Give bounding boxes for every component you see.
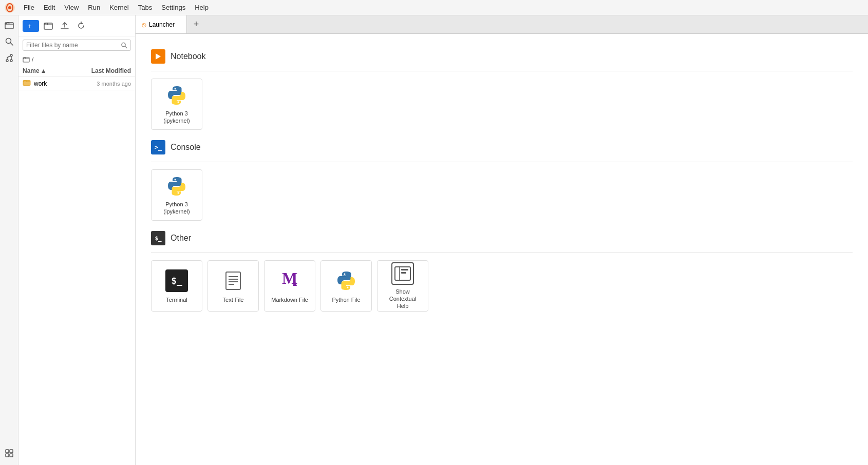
svg-marker-22 (156, 53, 161, 60)
tab-label: Launcher (149, 21, 175, 28)
svg-point-6 (10, 54, 12, 56)
svg-rect-14 (10, 454, 13, 457)
menu-view[interactable]: View (60, 3, 83, 12)
python-file-icon (334, 268, 358, 293)
git-panel-btn[interactable] (2, 50, 17, 66)
modified-column-header[interactable]: Last Modified (80, 67, 131, 74)
contextual-help-card[interactable]: Show Contextual Help (377, 260, 428, 312)
folder-file-icon (23, 79, 31, 88)
svg-line-4 (10, 43, 13, 45)
svg-rect-32 (401, 269, 408, 270)
console-divider (151, 162, 853, 162)
search-box (23, 40, 131, 51)
svg-rect-12 (10, 450, 13, 453)
terminal-label: Terminal (166, 296, 187, 303)
launcher: Notebook Python 3 (ipykernel) >_ (136, 34, 868, 465)
current-path: / (18, 54, 135, 65)
search-panel-btn[interactable] (2, 34, 17, 49)
notebook-section-icon (151, 49, 165, 64)
files-panel-btn[interactable] (2, 17, 17, 33)
console-section-title: Console (171, 143, 201, 152)
contextual-help-icon (390, 262, 415, 285)
menu-tabs[interactable]: Tabs (134, 3, 156, 12)
name-column-header[interactable]: Name ▲ (23, 67, 80, 74)
console-section-icon: >_ (151, 140, 165, 154)
launcher-tab-icon: ⎋ (142, 21, 146, 29)
svg-line-19 (125, 46, 127, 48)
menubar: File Edit View Run Kernel Tabs Settings … (0, 0, 868, 15)
textfile-card[interactable]: Text File (207, 260, 259, 312)
notebook-section-title: Notebook (171, 52, 206, 61)
python-notebook-icon (164, 84, 189, 107)
menu-kernel[interactable]: Kernel (105, 3, 133, 12)
menu-edit[interactable]: Edit (40, 3, 59, 12)
console-cards: Python 3 (ipykernel) (151, 169, 853, 221)
table-row[interactable]: work 3 months ago (18, 77, 135, 90)
markdown-label: Markdown File (271, 296, 308, 303)
svg-rect-15 (44, 23, 52, 29)
other-cards: $_ Terminal Text F (151, 260, 853, 312)
menu-run[interactable]: Run (84, 3, 104, 12)
terminal-card[interactable]: $_ Terminal (151, 260, 202, 312)
textfile-icon (221, 268, 246, 293)
notebook-cards: Python 3 (ipykernel) (151, 79, 853, 130)
other-section-header: $_ Other (151, 231, 853, 245)
logo (4, 2, 15, 13)
new-folder-button[interactable] (41, 18, 55, 33)
svg-rect-13 (6, 454, 9, 457)
notebook-python3-card[interactable]: Python 3 (ipykernel) (151, 79, 202, 130)
svg-point-5 (6, 60, 8, 62)
other-divider (151, 253, 853, 253)
file-list: work 3 months ago (18, 77, 135, 465)
markdown-card[interactable]: M Markdown File (264, 260, 315, 312)
menu-settings[interactable]: Settings (157, 3, 190, 12)
svg-point-1 (8, 6, 11, 9)
console-python3-card[interactable]: Python 3 (ipykernel) (151, 169, 202, 221)
upload-button[interactable] (58, 18, 72, 33)
notebook-section-header: Notebook (151, 49, 853, 64)
file-list-header: Name ▲ Last Modified (18, 65, 135, 77)
console-python3-label: Python 3 (ipykernel) (157, 201, 197, 216)
path-label: / (32, 56, 33, 63)
folder-icon (23, 56, 30, 63)
markdown-icon: M (277, 268, 302, 293)
refresh-button[interactable] (74, 18, 88, 33)
extensions-panel-btn[interactable] (2, 445, 17, 461)
menu-file[interactable]: File (20, 3, 39, 12)
textfile-label: Text File (223, 296, 244, 303)
app-layout: + (0, 15, 868, 465)
new-tab-button[interactable]: + (189, 17, 203, 32)
terminal-icon: $_ (164, 268, 189, 293)
other-section-title: Other (171, 234, 191, 243)
search-icon (121, 42, 127, 49)
file-modified: 3 months ago (97, 81, 131, 87)
search-input[interactable] (26, 42, 119, 49)
plus-icon: + (28, 22, 32, 30)
icon-bar (0, 15, 18, 465)
pythonfile-card[interactable]: Python File (320, 260, 372, 312)
fb-toolbar: + (18, 15, 135, 36)
tab-bar: ⎋ Launcher + (136, 15, 868, 34)
svg-rect-33 (401, 272, 406, 274)
contextual-help-label: Show Contextual Help (383, 288, 423, 310)
notebook-python3-label: Python 3 (ipykernel) (157, 110, 197, 125)
svg-point-7 (10, 60, 12, 62)
new-launcher-button[interactable]: + (23, 20, 39, 32)
file-browser: + (18, 15, 136, 465)
python-console-icon (164, 175, 189, 198)
notebook-divider (151, 71, 853, 71)
svg-rect-23 (226, 272, 240, 289)
pythonfile-label: Python File (332, 296, 360, 303)
menu-help[interactable]: Help (191, 3, 213, 12)
file-name: work (34, 80, 97, 87)
other-section-icon: $_ (151, 231, 165, 245)
svg-line-9 (7, 56, 10, 57)
main-content: ⎋ Launcher + Notebook (136, 15, 868, 465)
svg-rect-11 (6, 450, 9, 453)
console-section-header: >_ Console (151, 140, 853, 154)
tab-launcher[interactable]: ⎋ Launcher (136, 15, 187, 33)
